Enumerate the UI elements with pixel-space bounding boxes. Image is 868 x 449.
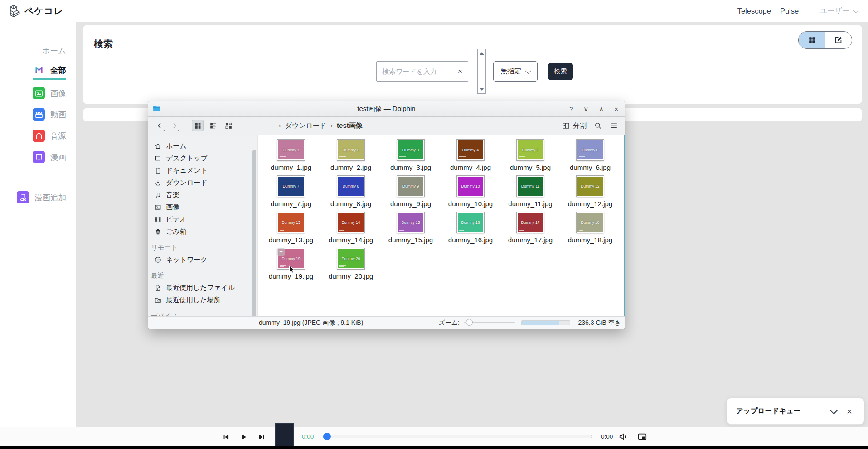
places-item[interactable]: ネットワーク (148, 254, 257, 266)
file-item[interactable]: Dummy 1dummy_1.jpg (261, 140, 321, 176)
menu-button[interactable] (610, 121, 618, 130)
playlist-toggle-button[interactable] (637, 432, 647, 444)
file-thumbnail[interactable]: Dummy 3 (397, 140, 424, 160)
zoom-slider[interactable] (464, 322, 515, 323)
sidebar-item-manga[interactable]: 漫画 (33, 146, 76, 168)
window-maximize-button[interactable]: ∧ (599, 106, 604, 112)
previous-track-button[interactable] (222, 433, 230, 443)
file-thumbnail[interactable]: Dummy 20 (337, 248, 364, 269)
file-item[interactable]: Dummy 20dummy_20.jpg (321, 248, 381, 285)
zoom-slider-handle[interactable] (466, 319, 473, 326)
collapse-chevron-icon[interactable] (829, 406, 838, 414)
places-item[interactable]: ダウンロード (148, 177, 257, 189)
file-thumbnail[interactable]: Dummy 12 (577, 176, 604, 197)
search-toolbar-button[interactable] (594, 121, 602, 130)
clear-search-button[interactable]: × (452, 67, 468, 76)
file-thumbnail[interactable]: Dummy 18 (577, 212, 604, 233)
file-thumbnail[interactable]: Dummy 8 (337, 176, 364, 197)
file-thumbnail[interactable]: Dummy 16 (457, 212, 484, 233)
header-link-telescope[interactable]: Telescope (737, 7, 771, 15)
header-link-pulse[interactable]: Pulse (780, 7, 799, 15)
file-item[interactable]: Dummy 9dummy_9.jpg (381, 176, 441, 212)
file-thumbnail[interactable]: Dummy 11 (517, 176, 544, 197)
file-item[interactable]: Dummy 18dummy_18.jpg (560, 212, 620, 248)
file-item[interactable]: Dummy 17dummy_17.jpg (500, 212, 560, 248)
file-item[interactable]: Dummy 16dummy_16.jpg (441, 212, 500, 248)
file-item[interactable]: Dummy 8dummy_8.jpg (321, 176, 381, 212)
file-item[interactable]: Dummy 3dummy_3.jpg (381, 140, 441, 176)
sidebar-item-manga-add[interactable]: 漫画追加 (17, 187, 76, 208)
forward-button[interactable] (168, 120, 180, 131)
file-thumbnail[interactable]: Dummy 7 (277, 176, 305, 197)
places-item[interactable]: 最近使用したファイル (148, 282, 257, 294)
file-item[interactable]: Dummy 11dummy_11.jpg (500, 176, 560, 212)
sidebar-item-audio[interactable]: 音源 (33, 125, 76, 146)
scroll-down-icon[interactable] (480, 88, 484, 91)
breadcrumb-item[interactable]: test画像 (337, 121, 363, 130)
file-item[interactable]: Dummy 5dummy_5.jpg (500, 140, 560, 176)
file-thumbnail[interactable]: Dummy 2 (337, 140, 364, 160)
file-item[interactable]: Dummy 2dummy_2.jpg (321, 140, 381, 176)
file-thumbnail[interactable]: Dummy 6 (577, 140, 604, 160)
search-input[interactable] (377, 68, 452, 75)
places-item[interactable]: 音楽 (148, 189, 257, 201)
search-type-select[interactable]: 無指定 (493, 61, 538, 82)
sidebar-item-videos[interactable]: 動画 (33, 104, 76, 125)
thumbnail-text: Dummy 10 (461, 184, 480, 188)
tag-list-scrollbar[interactable] (477, 49, 486, 94)
window-minimize-button[interactable]: ∨ (583, 106, 588, 112)
seek-slider[interactable] (323, 435, 592, 438)
file-item[interactable]: Dummy 4dummy_4.jpg (441, 140, 500, 176)
split-view-button[interactable]: 分割 (562, 121, 587, 130)
places-item[interactable]: 画像 (148, 201, 257, 213)
seek-slider-handle[interactable] (323, 433, 331, 440)
places-item[interactable]: ホーム (148, 140, 257, 152)
file-thumbnail[interactable]: Dummy 13 (277, 212, 305, 233)
back-button[interactable] (154, 120, 165, 131)
play-button[interactable] (239, 433, 248, 443)
next-track-button[interactable] (257, 433, 266, 443)
places-item[interactable]: 最近使用した場所 (148, 294, 257, 306)
places-item[interactable]: ごみ箱 (148, 226, 257, 238)
details-view-button[interactable] (207, 120, 219, 131)
file-thumbnail[interactable]: Dummy 5 (517, 140, 544, 160)
file-item[interactable]: Dummy 7dummy_7.jpg (261, 176, 321, 212)
back-history-icon[interactable] (163, 130, 165, 131)
file-item[interactable]: Dummy 10dummy_10.jpg (441, 176, 500, 212)
file-view[interactable]: Dummy 1dummy_1.jpgDummy 2dummy_2.jpgDumm… (258, 135, 625, 317)
file-item[interactable]: Dummy 15dummy_15.jpg (381, 212, 441, 248)
file-thumbnail[interactable]: Dummy 10 (457, 176, 484, 197)
edit-view-toggle[interactable] (825, 32, 852, 48)
user-menu[interactable]: ユーザー (820, 6, 858, 16)
places-item[interactable]: デスクトップ (148, 152, 257, 164)
file-thumbnail[interactable]: Dummy 15 (397, 212, 424, 233)
file-thumbnail[interactable]: Dummy 1 (277, 140, 305, 160)
window-help-button[interactable]: ? (569, 106, 573, 112)
places-item[interactable]: ビデオ (148, 213, 257, 226)
places-scrollbar[interactable] (252, 150, 256, 317)
select-plus-icon[interactable]: + (277, 248, 285, 256)
sidebar-item-images[interactable]: 画像 (33, 82, 76, 104)
file-thumbnail[interactable]: Dummy 17 (517, 212, 544, 233)
places-item[interactable]: ドキュメント (148, 164, 257, 177)
dolphin-titlebar[interactable]: test画像 — Dolphin ?∨∧× (148, 101, 625, 117)
file-thumbnail[interactable]: Dummy 9 (397, 176, 424, 197)
grid-view-toggle[interactable] (799, 32, 825, 48)
file-thumbnail[interactable]: Dummy 14 (337, 212, 364, 233)
file-item[interactable]: Dummy 6dummy_6.jpg (560, 140, 620, 176)
scroll-up-icon[interactable] (480, 52, 484, 55)
volume-button[interactable] (618, 432, 628, 444)
close-icon[interactable]: × (847, 406, 852, 416)
search-button[interactable]: 検索 (548, 63, 573, 80)
icons-view-button[interactable] (192, 120, 204, 131)
file-item[interactable]: Dummy 14dummy_14.jpg (321, 212, 381, 248)
sidebar-item-all[interactable]: 全部 (33, 61, 76, 82)
window-close-button[interactable]: × (614, 106, 618, 112)
breadcrumb-item[interactable]: ダウンロード (285, 121, 327, 130)
file-item[interactable]: Dummy 13dummy_13.jpg (261, 212, 321, 248)
compact-view-button[interactable] (223, 120, 234, 131)
file-thumbnail[interactable]: Dummy 4 (457, 140, 484, 160)
forward-history-icon[interactable] (177, 130, 180, 131)
file-item[interactable]: Dummy 12dummy_12.jpg (560, 176, 620, 212)
sidebar-item-home[interactable]: ホーム (42, 40, 76, 61)
